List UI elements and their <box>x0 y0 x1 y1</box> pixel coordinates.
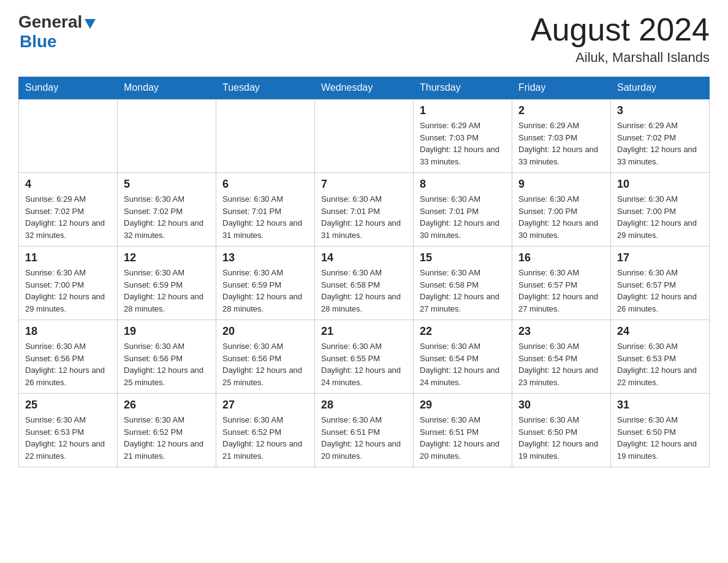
day-info: Sunrise: 6:30 AMSunset: 7:00 PMDaylight:… <box>617 193 703 241</box>
calendar-cell: 9Sunrise: 6:30 AMSunset: 7:00 PMDaylight… <box>512 173 611 247</box>
day-info: Sunrise: 6:30 AMSunset: 6:56 PMDaylight:… <box>124 340 210 388</box>
day-number: 22 <box>420 325 506 338</box>
calendar-cell <box>216 99 315 173</box>
calendar-cell: 29Sunrise: 6:30 AMSunset: 6:51 PMDayligh… <box>414 394 512 467</box>
calendar-cell: 27Sunrise: 6:30 AMSunset: 6:52 PMDayligh… <box>216 394 315 467</box>
day-info: Sunrise: 6:30 AMSunset: 6:52 PMDaylight:… <box>222 414 308 462</box>
day-info: Sunrise: 6:30 AMSunset: 6:52 PMDaylight:… <box>124 414 210 462</box>
calendar-cell: 12Sunrise: 6:30 AMSunset: 6:59 PMDayligh… <box>118 247 216 320</box>
day-number: 9 <box>518 178 604 191</box>
col-header-sunday: Sunday <box>19 77 118 99</box>
day-info: Sunrise: 6:30 AMSunset: 6:55 PMDaylight:… <box>321 340 407 388</box>
day-number: 14 <box>321 251 407 264</box>
day-info: Sunrise: 6:30 AMSunset: 6:59 PMDaylight:… <box>124 267 210 315</box>
calendar-cell: 10Sunrise: 6:30 AMSunset: 7:00 PMDayligh… <box>611 173 710 247</box>
day-info: Sunrise: 6:30 AMSunset: 7:01 PMDaylight:… <box>321 193 407 241</box>
day-info: Sunrise: 6:30 AMSunset: 6:53 PMDaylight:… <box>617 340 703 388</box>
day-info: Sunrise: 6:30 AMSunset: 6:50 PMDaylight:… <box>617 414 703 462</box>
calendar-cell: 14Sunrise: 6:30 AMSunset: 6:58 PMDayligh… <box>315 247 414 320</box>
day-number: 2 <box>518 104 604 117</box>
calendar-title: August 2024 <box>531 12 710 47</box>
day-number: 19 <box>124 325 210 338</box>
day-number: 20 <box>222 325 308 338</box>
calendar-cell: 15Sunrise: 6:30 AMSunset: 6:58 PMDayligh… <box>414 247 512 320</box>
col-header-saturday: Saturday <box>611 77 710 99</box>
calendar-header-row: SundayMondayTuesdayWednesdayThursdayFrid… <box>19 77 710 99</box>
calendar-cell: 1Sunrise: 6:29 AMSunset: 7:03 PMDaylight… <box>414 99 512 173</box>
title-block: August 2024 Ailuk, Marshall Islands <box>531 12 710 66</box>
day-number: 30 <box>518 399 604 412</box>
calendar-cell: 24Sunrise: 6:30 AMSunset: 6:53 PMDayligh… <box>611 320 710 394</box>
day-number: 13 <box>222 251 308 264</box>
calendar-cell: 7Sunrise: 6:30 AMSunset: 7:01 PMDaylight… <box>315 173 414 247</box>
day-info: Sunrise: 6:30 AMSunset: 7:00 PMDaylight:… <box>25 267 111 315</box>
day-number: 10 <box>617 178 703 191</box>
col-header-tuesday: Tuesday <box>216 77 315 99</box>
calendar-cell <box>118 99 216 173</box>
day-number: 17 <box>617 251 703 264</box>
day-number: 6 <box>222 178 308 191</box>
calendar-cell: 4Sunrise: 6:29 AMSunset: 7:02 PMDaylight… <box>19 173 118 247</box>
calendar-week-row: 4Sunrise: 6:29 AMSunset: 7:02 PMDaylight… <box>19 173 710 247</box>
calendar-cell: 31Sunrise: 6:30 AMSunset: 6:50 PMDayligh… <box>611 394 710 467</box>
calendar-table: SundayMondayTuesdayWednesdayThursdayFrid… <box>18 77 710 467</box>
day-info: Sunrise: 6:30 AMSunset: 6:51 PMDaylight:… <box>420 414 506 462</box>
calendar-week-row: 11Sunrise: 6:30 AMSunset: 7:00 PMDayligh… <box>19 247 710 320</box>
calendar-cell: 26Sunrise: 6:30 AMSunset: 6:52 PMDayligh… <box>118 394 216 467</box>
calendar-week-row: 25Sunrise: 6:30 AMSunset: 6:53 PMDayligh… <box>19 394 710 467</box>
calendar-week-row: 1Sunrise: 6:29 AMSunset: 7:03 PMDaylight… <box>19 99 710 173</box>
day-info: Sunrise: 6:30 AMSunset: 6:56 PMDaylight:… <box>25 340 111 388</box>
day-number: 25 <box>25 399 111 412</box>
calendar-cell: 21Sunrise: 6:30 AMSunset: 6:55 PMDayligh… <box>315 320 414 394</box>
calendar-cell: 23Sunrise: 6:30 AMSunset: 6:54 PMDayligh… <box>512 320 611 394</box>
day-number: 23 <box>518 325 604 338</box>
day-info: Sunrise: 6:30 AMSunset: 7:01 PMDaylight:… <box>420 193 506 241</box>
calendar-cell: 3Sunrise: 6:29 AMSunset: 7:02 PMDaylight… <box>611 99 710 173</box>
day-info: Sunrise: 6:30 AMSunset: 7:01 PMDaylight:… <box>222 193 308 241</box>
page-header: General Blue August 2024 Ailuk, Marshall… <box>18 12 710 66</box>
calendar-cell: 8Sunrise: 6:30 AMSunset: 7:01 PMDaylight… <box>414 173 512 247</box>
day-info: Sunrise: 6:29 AMSunset: 7:03 PMDaylight:… <box>420 120 506 167</box>
calendar-cell: 28Sunrise: 6:30 AMSunset: 6:51 PMDayligh… <box>315 394 414 467</box>
svg-marker-0 <box>85 19 96 29</box>
day-number: 8 <box>420 178 506 191</box>
calendar-cell: 18Sunrise: 6:30 AMSunset: 6:56 PMDayligh… <box>19 320 118 394</box>
day-number: 16 <box>518 251 604 264</box>
day-info: Sunrise: 6:30 AMSunset: 6:58 PMDaylight:… <box>420 267 506 315</box>
calendar-cell: 11Sunrise: 6:30 AMSunset: 7:00 PMDayligh… <box>19 247 118 320</box>
day-number: 24 <box>617 325 703 338</box>
logo-blue-text: Blue <box>20 32 57 51</box>
day-info: Sunrise: 6:30 AMSunset: 6:51 PMDaylight:… <box>321 414 407 462</box>
day-info: Sunrise: 6:30 AMSunset: 6:59 PMDaylight:… <box>222 267 308 315</box>
day-number: 27 <box>222 399 308 412</box>
day-number: 4 <box>25 178 111 191</box>
col-header-thursday: Thursday <box>414 77 512 99</box>
day-info: Sunrise: 6:30 AMSunset: 6:53 PMDaylight:… <box>25 414 111 462</box>
day-number: 3 <box>617 104 703 117</box>
day-info: Sunrise: 6:30 AMSunset: 6:54 PMDaylight:… <box>518 340 604 388</box>
logo-general-text: General <box>18 12 82 32</box>
day-number: 18 <box>25 325 111 338</box>
calendar-cell: 5Sunrise: 6:30 AMSunset: 7:02 PMDaylight… <box>118 173 216 247</box>
calendar-cell: 13Sunrise: 6:30 AMSunset: 6:59 PMDayligh… <box>216 247 315 320</box>
day-number: 29 <box>420 399 506 412</box>
calendar-cell: 30Sunrise: 6:30 AMSunset: 6:50 PMDayligh… <box>512 394 611 467</box>
calendar-cell: 19Sunrise: 6:30 AMSunset: 6:56 PMDayligh… <box>118 320 216 394</box>
day-number: 15 <box>420 251 506 264</box>
calendar-cell <box>19 99 118 173</box>
day-info: Sunrise: 6:30 AMSunset: 7:00 PMDaylight:… <box>518 193 604 241</box>
day-info: Sunrise: 6:29 AMSunset: 7:02 PMDaylight:… <box>25 193 111 241</box>
col-header-monday: Monday <box>118 77 216 99</box>
day-number: 7 <box>321 178 407 191</box>
day-info: Sunrise: 6:29 AMSunset: 7:03 PMDaylight:… <box>518 120 604 167</box>
calendar-subtitle: Ailuk, Marshall Islands <box>531 50 710 66</box>
day-info: Sunrise: 6:29 AMSunset: 7:02 PMDaylight:… <box>617 120 703 167</box>
day-info: Sunrise: 6:30 AMSunset: 6:54 PMDaylight:… <box>420 340 506 388</box>
day-number: 21 <box>321 325 407 338</box>
calendar-cell: 16Sunrise: 6:30 AMSunset: 6:57 PMDayligh… <box>512 247 611 320</box>
day-info: Sunrise: 6:30 AMSunset: 7:02 PMDaylight:… <box>124 193 210 241</box>
logo-triangle-icon <box>83 17 97 30</box>
day-number: 5 <box>124 178 210 191</box>
day-info: Sunrise: 6:30 AMSunset: 6:57 PMDaylight:… <box>617 267 703 315</box>
day-number: 12 <box>124 251 210 264</box>
